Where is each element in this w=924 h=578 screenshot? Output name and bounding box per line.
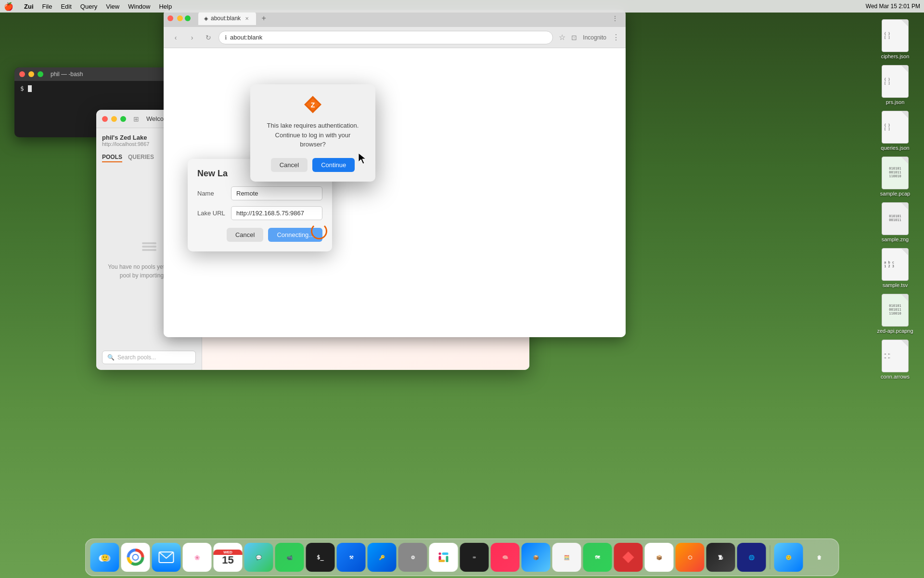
zui-tab-pools[interactable]: POOLS	[102, 154, 122, 162]
menubar: 🍎 Zui File Edit Query View Window Help W…	[0, 0, 924, 13]
dock-virtualbox[interactable]: 📦	[645, 543, 674, 572]
zui-close-button[interactable]	[102, 116, 108, 122]
apple-menu[interactable]: 🍎	[4, 2, 13, 11]
dock-system-prefs[interactable]: ⚙	[398, 543, 427, 572]
dock-chrome[interactable]	[121, 543, 150, 572]
menu-window[interactable]: Window	[128, 3, 150, 10]
browser-close-button[interactable]	[167, 15, 173, 21]
tab-close-button[interactable]: ✕	[244, 15, 250, 22]
dock-finder2[interactable]: 🙂	[774, 543, 803, 572]
dock-maps[interactable]: 🗺	[583, 543, 612, 572]
dock-calendar[interactable]: WED 15	[214, 543, 243, 572]
url-text: about:blank	[230, 34, 262, 41]
browser-menu-icon[interactable]: ⋮	[612, 33, 620, 42]
file-sample-tsv[interactable]: a b c1 2 3 sample.tsv	[876, 248, 914, 288]
file-sample-zng[interactable]: 010101001011 sample.zng	[876, 202, 914, 242]
terminal-minimize-button[interactable]	[28, 71, 34, 77]
menu-edit[interactable]: Edit	[61, 3, 71, 10]
zui-maximize-button[interactable]	[120, 116, 126, 122]
new-lake-cancel-button[interactable]: Cancel	[227, 228, 263, 242]
dock-slack[interactable]	[429, 543, 458, 572]
svg-rect-0	[142, 246, 156, 248]
url-field-input[interactable]	[231, 206, 322, 220]
zui-minimize-button[interactable]	[111, 116, 117, 122]
pools-empty-icon	[140, 238, 159, 258]
svg-rect-1	[142, 249, 156, 251]
auth-cancel-button[interactable]: Cancel	[271, 158, 308, 172]
svg-point-12	[133, 555, 138, 560]
terminal-titlebar: phil — -bash	[14, 67, 168, 81]
file-sample-pcap[interactable]: 010101001011110010 sample.pcap	[876, 157, 914, 197]
auth-continue-button[interactable]: Continue	[312, 158, 355, 172]
zui-lake-url: http://localhost:9867	[102, 141, 149, 147]
browser-forward-button[interactable]: ›	[186, 31, 198, 44]
browser-reader-icon[interactable]: ⊡	[571, 34, 577, 41]
svg-marker-23	[623, 552, 634, 563]
new-tab-button[interactable]: +	[258, 13, 270, 24]
file-prs-json[interactable]: { }[ ] prs.json	[876, 65, 914, 105]
zui-tab-queries[interactable]: QUERIES	[128, 154, 154, 162]
terminal-maximize-button[interactable]	[38, 71, 43, 77]
desktop-files: { }[ ] ciphers.json { }[ ] prs.json { }[…	[876, 19, 914, 380]
url-lock-icon: ℹ	[225, 34, 227, 41]
browser-bookmark-icon[interactable]: ☆	[559, 33, 565, 42]
sidebar-toggle-icon[interactable]: ⊞	[133, 115, 139, 123]
dock-jetbrains[interactable]: 🧠	[491, 543, 520, 572]
zui-search-placeholder: Search pools...	[117, 354, 156, 361]
svg-rect-16	[439, 552, 441, 555]
terminal-close-button[interactable]	[19, 71, 25, 77]
browser-back-button[interactable]: ‹	[169, 31, 182, 44]
dock-trash[interactable]: 🗑	[805, 543, 834, 572]
zui-search-pools[interactable]: 🔍 Search pools...	[102, 351, 196, 364]
svg-text:Z: Z	[311, 101, 315, 109]
file-queries-json[interactable]: { }[ ] queries.json	[876, 111, 914, 151]
new-lake-name-row: Name	[197, 186, 322, 200]
dock-photos[interactable]: 🌸	[183, 543, 212, 572]
browser-minimize-button[interactable]	[177, 15, 183, 21]
dock-mail[interactable]	[152, 543, 181, 572]
new-lake-connecting-button[interactable]: Connecting...	[268, 228, 322, 242]
dock-terminal[interactable]: $_	[306, 543, 335, 572]
dock-xcode[interactable]: ⚒	[337, 543, 366, 572]
dock-proxyman[interactable]: 🌐	[737, 543, 766, 572]
auth-dialog: Z This lake requires authentication. Con…	[250, 84, 375, 182]
auth-logo-icon: Z	[302, 94, 323, 115]
browser-reload-button[interactable]: ↻	[202, 31, 215, 44]
name-field-input[interactable]	[231, 186, 322, 200]
menu-view[interactable]: View	[106, 3, 119, 10]
browser-incognito-label: Incognito	[583, 34, 606, 41]
browser-maximize-button[interactable]	[185, 15, 191, 21]
dock-betterzip[interactable]: 🗜	[706, 543, 735, 572]
menu-query[interactable]: Query	[80, 3, 97, 10]
dock-plasticity[interactable]	[614, 543, 643, 572]
dock-terminal2[interactable]: ⌨	[460, 543, 489, 572]
terminal-cursor	[28, 85, 32, 92]
dock-finder[interactable]: 🙂	[90, 543, 119, 572]
menubar-time: Wed Mar 15 2:01 PM	[866, 3, 920, 10]
name-field-label: Name	[197, 190, 231, 197]
browser-url-bar[interactable]: ℹ about:blank	[218, 31, 553, 44]
dock-migrate[interactable]: 📦	[522, 543, 551, 572]
svg-rect-22	[439, 560, 441, 562]
file-ciphers-json[interactable]: { }[ ] ciphers.json	[876, 19, 914, 59]
dock-vmware[interactable]: ⬡	[676, 543, 705, 572]
file-zed-api-pcapng[interactable]: 010101001011110010 zed-api.pcapng	[876, 294, 914, 334]
menu-file[interactable]: File	[42, 3, 52, 10]
dock-1password[interactable]: 🔑	[368, 543, 397, 572]
browser-extensions-icon[interactable]: ⋮	[612, 15, 618, 22]
terminal-title: phil — -bash	[51, 71, 83, 78]
browser-tab-about-blank[interactable]: ◈ about:blank ✕	[198, 12, 256, 25]
app-menu-zui[interactable]: Zui	[24, 3, 34, 10]
svg-rect-2	[142, 242, 156, 244]
auth-logo-container: Z	[260, 94, 366, 115]
zui-lake-name: phil's Zed Lake	[102, 134, 149, 141]
file-conn-arrows[interactable]: → ←⇒ ⇐ conn.arrows	[876, 340, 914, 380]
new-lake-url-row: Lake URL	[197, 206, 322, 220]
url-field-label: Lake URL	[197, 210, 231, 217]
menu-help[interactable]: Help	[159, 3, 172, 10]
dock-calculator[interactable]: 🧮	[552, 543, 581, 572]
dock-messages[interactable]: 💬	[244, 543, 273, 572]
dock-facetime[interactable]: 📹	[275, 543, 304, 572]
browser-navbar: ‹ › ↻ ℹ about:blank ☆ ⊡ Incognito ⋮	[164, 27, 626, 48]
dock: 🙂 🌸 WED 15 💬 📹 $_ ⚒ 🔑 ⚙	[85, 539, 839, 576]
